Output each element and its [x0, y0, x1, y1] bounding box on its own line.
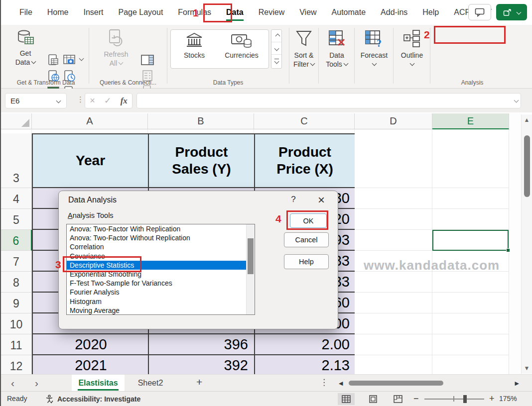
cell-C11[interactable]: 2.00: [254, 334, 356, 355]
cell-E3[interactable]: [432, 133, 509, 188]
tab-options-grip[interactable]: ⋮: [320, 377, 328, 388]
sort-filter-button[interactable]: Sort & Filter: [287, 29, 320, 69]
scroll-right-arrow-icon[interactable]: ▶: [515, 380, 519, 387]
row-header-11[interactable]: 11: [1, 334, 32, 355]
menu-tab-home[interactable]: Home: [40, 5, 76, 20]
comments-button[interactable]: [468, 4, 491, 20]
zoom-slider-track[interactable]: [424, 399, 484, 400]
data-tools-button[interactable]: Data Tools: [320, 29, 353, 69]
analysis-tool-item[interactable]: Moving Average: [67, 306, 255, 315]
forecast-button[interactable]: ? Forecast: [358, 29, 391, 69]
row-header-8[interactable]: 8: [1, 272, 32, 293]
column-header-B[interactable]: B: [148, 113, 254, 129]
cell-E4[interactable]: [432, 188, 509, 209]
row-header-5[interactable]: 5: [1, 209, 32, 230]
column-header-C[interactable]: C: [254, 113, 355, 129]
gallery-more-button[interactable]: [271, 55, 281, 67]
menu-tab-view[interactable]: View: [292, 5, 324, 20]
cell-B11[interactable]: 396: [148, 334, 255, 355]
cell-D8[interactable]: [355, 272, 432, 293]
column-header-A[interactable]: A: [32, 113, 148, 129]
formula-bar-expand-button[interactable]: [513, 97, 518, 105]
analysis-tool-item[interactable]: F-Test Two-Sample for Variances: [67, 279, 255, 288]
listbox-scrollbar-thumb[interactable]: [248, 238, 254, 274]
cell-A3[interactable]: Year: [32, 133, 149, 188]
row-header-3[interactable]: 3: [1, 133, 32, 188]
name-box[interactable]: E6: [5, 93, 67, 108]
row-header-12[interactable]: 12: [1, 355, 32, 374]
cancel-button[interactable]: Cancel: [284, 232, 329, 247]
menu-tab-review[interactable]: Review: [251, 5, 292, 20]
cell-A12[interactable]: 2021: [32, 355, 149, 374]
row-header-10[interactable]: 10: [1, 313, 32, 334]
page-layout-view-button[interactable]: [365, 393, 382, 405]
previous-sheet-button[interactable]: ‹: [11, 378, 14, 388]
analysis-tool-item[interactable]: Fourier Analysis: [67, 288, 255, 297]
formula-bar-grip[interactable]: ⋮: [77, 95, 84, 104]
gallery-up-button[interactable]: [271, 30, 281, 42]
from-text-csv-icon[interactable]: [47, 54, 60, 67]
cell-E11[interactable]: [432, 334, 509, 355]
dialog-help-button[interactable]: ?: [287, 195, 300, 204]
analysis-tool-item[interactable]: Anova: Two-Factor Without Replication: [67, 233, 255, 242]
cell-D6[interactable]: [355, 230, 432, 251]
sheet-tab-sheet2[interactable]: Sheet2: [128, 375, 173, 392]
row-header-9[interactable]: 9: [1, 293, 32, 313]
listbox-scrollbar[interactable]: [246, 224, 255, 314]
vertical-scrollbar-thumb[interactable]: [524, 135, 530, 197]
sheet-tab-elastisitas[interactable]: Elastisitas: [72, 375, 125, 392]
analysis-tool-item[interactable]: Anova: Two-Factor With Replication: [67, 224, 255, 233]
cell-E8[interactable]: [432, 272, 509, 293]
get-data-button[interactable]: Get Data: [9, 29, 42, 67]
cell-D12[interactable]: [355, 355, 432, 374]
zoom-slider-thumb[interactable]: [463, 395, 467, 403]
cell-B3[interactable]: Product Sales (Y): [148, 133, 255, 188]
cell-E9[interactable]: [432, 293, 509, 313]
zoom-in-button[interactable]: +: [489, 394, 495, 404]
cell-C12[interactable]: 2.13: [254, 355, 356, 374]
zoom-out-button[interactable]: −: [413, 394, 419, 404]
from-picture-icon[interactable]: [63, 54, 76, 67]
cell-D10[interactable]: [355, 313, 432, 334]
insert-function-icon[interactable]: fx: [121, 96, 128, 106]
menu-tab-automate[interactable]: Automate: [324, 5, 373, 20]
analysis-tool-item[interactable]: Histogram: [67, 297, 255, 306]
row-header-6[interactable]: 6: [1, 230, 32, 251]
cell-D11[interactable]: [355, 334, 432, 355]
formula-input[interactable]: [136, 93, 521, 108]
vertical-scrollbar[interactable]: ▲ ▼: [521, 114, 532, 374]
menu-tab-add-ins[interactable]: Add-ins: [373, 5, 415, 20]
scroll-down-arrow-icon[interactable]: ▼: [522, 365, 532, 372]
help-button[interactable]: Help: [284, 254, 329, 269]
gallery-down-button[interactable]: [271, 42, 281, 55]
cancel-entry-icon[interactable]: ×: [90, 96, 95, 106]
dialog-close-button[interactable]: ×: [314, 193, 329, 207]
column-header-D[interactable]: D: [355, 113, 432, 129]
accessibility-status[interactable]: Accessibility: Investigate: [45, 395, 140, 404]
share-button[interactable]: [496, 4, 527, 20]
fill-handle[interactable]: [506, 248, 510, 252]
cell-E12[interactable]: [432, 355, 509, 374]
stocks-data-type[interactable]: Stocks: [175, 32, 214, 59]
cell-A11[interactable]: 2020: [32, 334, 149, 355]
cell-D9[interactable]: [355, 293, 432, 313]
cell-B12[interactable]: 392: [148, 355, 255, 374]
refresh-all-button[interactable]: Refresh All: [100, 29, 133, 68]
cell-D3[interactable]: [355, 133, 432, 188]
menu-tab-page-layout[interactable]: Page Layout: [111, 5, 170, 20]
cell-E5[interactable]: [432, 209, 509, 230]
menu-tab-help[interactable]: Help: [415, 5, 446, 20]
confirm-entry-icon[interactable]: ✓: [104, 96, 111, 106]
horizontal-scrollbar-thumb[interactable]: [349, 381, 443, 386]
row-header-4[interactable]: 4: [1, 188, 32, 209]
normal-view-button[interactable]: [338, 393, 355, 405]
horizontal-scrollbar[interactable]: ◀ ▶: [339, 379, 519, 387]
zoom-percentage[interactable]: 175%: [499, 395, 517, 403]
menu-tab-insert[interactable]: Insert: [76, 5, 111, 20]
queries-connections-pane-icon[interactable]: [140, 54, 154, 67]
scroll-up-arrow-icon[interactable]: ▲: [522, 116, 532, 123]
cell-D4[interactable]: [355, 188, 432, 209]
picture-dropdown-chevron-icon[interactable]: [79, 56, 84, 61]
currencies-data-type[interactable]: Currencies: [217, 32, 266, 59]
select-all-corner[interactable]: [1, 113, 32, 129]
